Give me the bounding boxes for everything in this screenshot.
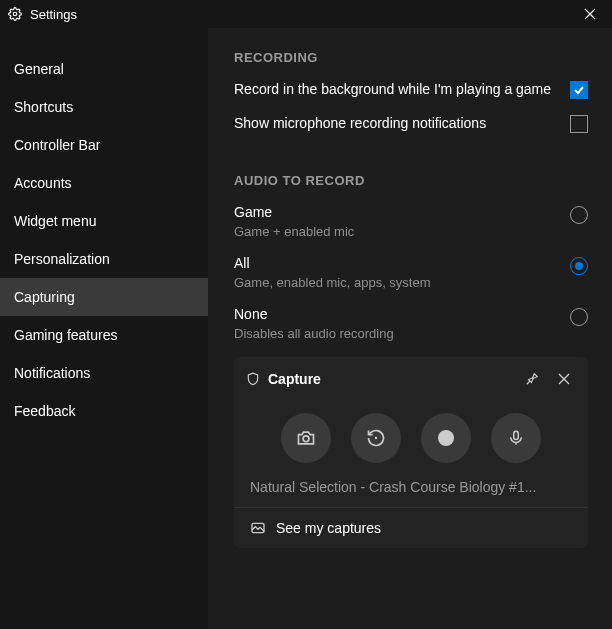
gear-icon xyxy=(8,7,22,21)
svg-point-2 xyxy=(375,437,378,440)
svg-point-1 xyxy=(303,436,309,442)
sidebar-item-gaming-features[interactable]: Gaming features xyxy=(0,316,208,354)
audio-radio-game[interactable] xyxy=(570,206,588,224)
audio-option-none[interactable]: NoneDisables all audio recording xyxy=(234,306,588,341)
svg-rect-3 xyxy=(514,431,519,439)
camera-icon xyxy=(296,428,316,448)
recording-header: RECORDING xyxy=(234,50,588,65)
sidebar-item-general[interactable]: General xyxy=(0,50,208,88)
sidebar-item-capturing[interactable]: Capturing xyxy=(0,278,208,316)
sidebar-item-controller-bar[interactable]: Controller Bar xyxy=(0,126,208,164)
microphone-icon xyxy=(507,429,525,447)
shield-icon xyxy=(246,372,260,386)
gallery-icon xyxy=(250,520,266,536)
audio-option-title: All xyxy=(234,255,570,271)
mic-notifications-label: Show microphone recording notifications xyxy=(234,115,570,131)
audio-option-title: None xyxy=(234,306,570,322)
audio-option-sub: Game, enabled mic, apps, system xyxy=(234,275,570,290)
record-background-label: Record in the background while I'm playi… xyxy=(234,81,570,97)
sidebar-item-shortcuts[interactable]: Shortcuts xyxy=(0,88,208,126)
pin-button[interactable] xyxy=(520,367,544,391)
record-last-button[interactable] xyxy=(351,413,401,463)
see-captures-button[interactable]: See my captures xyxy=(234,507,588,548)
titlebar: Settings xyxy=(0,0,612,28)
audio-option-sub: Disables all audio recording xyxy=(234,326,570,341)
audio-header: AUDIO TO RECORD xyxy=(234,173,588,188)
sidebar-item-accounts[interactable]: Accounts xyxy=(0,164,208,202)
rewind-icon xyxy=(366,428,386,448)
close-button[interactable] xyxy=(576,0,604,28)
mic-notifications-checkbox[interactable] xyxy=(570,115,588,133)
capture-caption: Natural Selection - Crash Course Biology… xyxy=(234,473,588,507)
record-background-checkbox[interactable] xyxy=(570,81,588,99)
window-title: Settings xyxy=(30,7,77,22)
sidebar-item-feedback[interactable]: Feedback xyxy=(0,392,208,430)
audio-option-sub: Game + enabled mic xyxy=(234,224,570,239)
capture-widget: Capture xyxy=(234,357,588,548)
audio-option-title: Game xyxy=(234,204,570,220)
audio-option-game[interactable]: GameGame + enabled mic xyxy=(234,204,588,239)
audio-radio-none[interactable] xyxy=(570,308,588,326)
sidebar-item-notifications[interactable]: Notifications xyxy=(0,354,208,392)
record-dot-icon xyxy=(438,430,454,446)
sidebar: GeneralShortcutsController BarAccountsWi… xyxy=(0,28,208,629)
see-captures-label: See my captures xyxy=(276,520,381,536)
capture-close-button[interactable] xyxy=(552,367,576,391)
sidebar-item-personalization[interactable]: Personalization xyxy=(0,240,208,278)
record-button[interactable] xyxy=(421,413,471,463)
sidebar-item-widget-menu[interactable]: Widget menu xyxy=(0,202,208,240)
screenshot-button[interactable] xyxy=(281,413,331,463)
mic-button[interactable] xyxy=(491,413,541,463)
audio-option-all[interactable]: AllGame, enabled mic, apps, system xyxy=(234,255,588,290)
audio-radio-all[interactable] xyxy=(570,257,588,275)
svg-point-0 xyxy=(13,12,17,16)
content: RECORDING Record in the background while… xyxy=(208,28,612,629)
capture-title: Capture xyxy=(268,371,321,387)
